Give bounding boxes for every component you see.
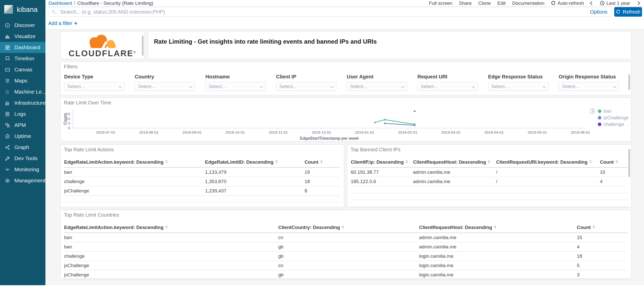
- select-placeholder: Select...: [421, 84, 438, 89]
- filter-select-client-ip[interactable]: Select...: [276, 82, 336, 91]
- sidebar-item-dashboard[interactable]: Dashboard: [0, 42, 45, 53]
- table-row: challenge1,353,87018: [64, 177, 340, 186]
- ml-icon: [4, 89, 10, 95]
- table-cell: 8: [305, 186, 340, 196]
- table-cell: 18: [577, 252, 628, 261]
- table-cell: 4: [577, 242, 628, 252]
- filter-select-user-agent[interactable]: Select...: [347, 82, 407, 91]
- column-header-clientrequesturi-keyword[interactable]: ClientRequestURI.keyword: Descending: [496, 157, 600, 167]
- top-bar: Dashboard / Cloudflare - Security (Rate …: [45, 0, 644, 30]
- breadcrumb-dashboard-link[interactable]: Dashboard: [48, 1, 72, 6]
- column-header-edgeratelimitid[interactable]: EdgeRateLimitID: Descending: [205, 157, 304, 167]
- sidebar-item-apm[interactable]: APM: [0, 120, 45, 131]
- legend-item-challenge[interactable]: challenge: [589, 121, 629, 128]
- graph-icon: [4, 144, 10, 150]
- sidebar-item-uptime[interactable]: Uptime: [0, 131, 45, 142]
- chevron-down-icon: [118, 85, 122, 88]
- table-cell: gb: [278, 270, 419, 280]
- add-filter-link[interactable]: Add a filter +: [48, 20, 77, 27]
- table-cell: jsChallenge: [64, 270, 278, 280]
- column-header-count[interactable]: Count: [577, 223, 628, 233]
- legend-label: challenge: [604, 122, 624, 127]
- select-placeholder: Select...: [562, 84, 579, 89]
- svg-text:2019-06-01: 2019-06-01: [571, 130, 590, 134]
- filter-select-edge-response-status[interactable]: Select...: [488, 82, 548, 91]
- time-range-picker[interactable]: Last 1 year: [600, 1, 630, 6]
- filter-field-country: Country Select...: [135, 74, 195, 91]
- empty-table-row: [64, 202, 340, 209]
- svg-text:5: 5: [68, 121, 70, 125]
- rate-limit-over-time-chart[interactable]: 0510152018-07-012018-08-012018-09-012018…: [61, 98, 632, 142]
- column-header-clientip-ip[interactable]: ClientIP.ip: Descending: [351, 157, 413, 167]
- sidebar: kibana DiscoverVisualizeDashboardTimelio…: [0, 0, 45, 285]
- table-cell: 15: [577, 233, 628, 242]
- sort-icon: [589, 160, 592, 163]
- table-cell: ban: [64, 167, 205, 177]
- svg-text:2018-11-01: 2018-11-01: [269, 130, 288, 134]
- filter-select-origin-response-status[interactable]: Select...: [559, 82, 619, 91]
- legend-expand-chevron-icon[interactable]: [589, 108, 596, 114]
- legend-color-dot: [598, 109, 601, 113]
- sort-icon: [488, 160, 490, 163]
- sort-icon: [593, 225, 595, 229]
- filter-select-hostname[interactable]: Select...: [205, 82, 266, 91]
- sidebar-item-graph[interactable]: Graph: [0, 142, 45, 153]
- legend-item-jschallenge[interactable]: jsChallenge: [589, 114, 629, 121]
- scrollbar-thumb[interactable]: [628, 74, 630, 90]
- devtools-icon: [4, 155, 10, 161]
- sidebar-item-visualize[interactable]: Visualize: [0, 31, 45, 42]
- monitoring-icon: [4, 166, 10, 172]
- scrollbar-thumb[interactable]: [142, 36, 144, 56]
- sidebar-item-dev-tools[interactable]: Dev Tools: [0, 153, 45, 164]
- cloudflare-brand-text: CLOUDFLARE®: [69, 49, 136, 57]
- plus-icon: +: [74, 20, 77, 27]
- column-header-clientcountry[interactable]: ClientCountry: Descending: [278, 223, 419, 233]
- time-previous-chevron-icon[interactable]: [590, 1, 594, 5]
- sidebar-item-timelion[interactable]: Timelion: [0, 53, 45, 64]
- table-cell: cn: [278, 233, 419, 242]
- clone-menu-item[interactable]: Clone: [478, 1, 491, 6]
- column-header-count[interactable]: Count: [600, 157, 628, 167]
- column-header-edgeratelimitaction-keyword[interactable]: EdgeRateLimitAction.keyword: Descending: [64, 157, 205, 167]
- time-next-chevron-icon[interactable]: [636, 1, 640, 5]
- share-menu-item[interactable]: Share: [459, 1, 472, 6]
- sidebar-item-label: Timelion: [14, 55, 34, 62]
- column-header-count[interactable]: Count: [305, 157, 340, 167]
- edit-menu-item[interactable]: Edit: [497, 1, 506, 6]
- svg-text:2018-09-01: 2018-09-01: [182, 130, 202, 134]
- sidebar-item-management[interactable]: Management: [0, 175, 45, 186]
- sidebar-item-discover[interactable]: Discover: [0, 20, 45, 31]
- options-link[interactable]: Options: [590, 9, 607, 15]
- kibana-logo[interactable]: kibana: [0, 0, 45, 16]
- scrollbar-thumb[interactable]: [628, 149, 630, 177]
- documentation-menu-item[interactable]: Documentation: [512, 1, 545, 6]
- auto-refresh-button[interactable]: Auto-refresh: [551, 1, 584, 6]
- sidebar-item-label: Dashboard: [14, 44, 40, 50]
- legend-item-ban[interactable]: ban: [589, 108, 629, 114]
- breadcrumb-row: Dashboard / Cloudflare - Security (Rate …: [45, 0, 644, 7]
- table-cell: [351, 200, 628, 207]
- column-header-clientrequesthost[interactable]: ClientRequestHost: Descending: [419, 223, 577, 233]
- sidebar-item-label: Visualize: [14, 33, 36, 39]
- filter-label: User Agent: [347, 74, 407, 80]
- sidebar-item-infrastructure[interactable]: Infrastructure: [0, 97, 45, 108]
- svg-text:Count: Count: [63, 113, 67, 125]
- search-input[interactable]: [60, 9, 587, 15]
- panel-title: Top Rate Limit Actions: [64, 147, 114, 153]
- sidebar-item-logs[interactable]: Logs: [0, 108, 45, 120]
- column-header-edgeratelimitaction-keyword[interactable]: EdgeRateLimitAction.keyword: Descending: [64, 223, 278, 233]
- full-screen-menu-item[interactable]: Full screen: [429, 1, 452, 6]
- filter-select-device-type[interactable]: Select...: [64, 82, 124, 91]
- sidebar-item-machine-le[interactable]: Machine Le...: [0, 86, 45, 97]
- sidebar-item-maps[interactable]: Maps: [0, 75, 45, 86]
- table-row: bancnadmin.camilia.me15: [64, 233, 628, 242]
- column-header-clientrequesthost[interactable]: ClientRequestHost: Descending: [413, 157, 496, 167]
- filter-select-country[interactable]: Select...: [135, 82, 195, 91]
- table-cell: [64, 202, 340, 209]
- sort-icon: [165, 225, 168, 229]
- sidebar-item-canvas[interactable]: Canvas: [0, 64, 45, 75]
- chevron-down-icon: [330, 85, 334, 88]
- filter-select-request-uri[interactable]: Select...: [417, 82, 478, 91]
- sidebar-item-monitoring[interactable]: Monitoring: [0, 164, 45, 175]
- refresh-button[interactable]: Refresh: [614, 7, 642, 17]
